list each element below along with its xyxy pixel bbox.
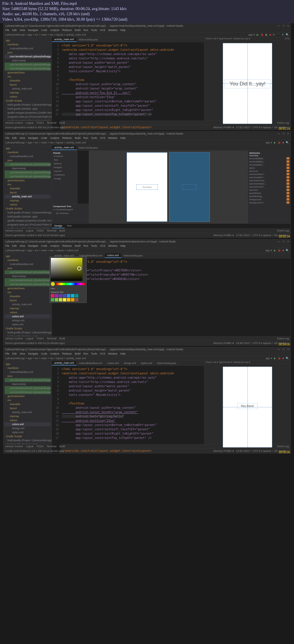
attr-row[interactable]: accessibilityLi... — [249, 160, 289, 163]
attr-row[interactable]: autofillHints — [249, 192, 289, 195]
minimize-icon[interactable]: — — [277, 24, 280, 27]
code-content[interactable]: <?xml version="1.0" encoding="utf-8"?> <… — [61, 366, 204, 454]
tree-gradle[interactable]: Gradle Scripts — [5, 99, 51, 103]
tree-build-module[interactable]: build.gradle (Module: app) — [5, 215, 51, 219]
tree-activity-main[interactable]: activity_main.xml — [5, 410, 51, 414]
tab-strings[interactable]: strings.xml — [121, 361, 139, 365]
memory-indicator[interactable]: Memory Profiler ● — [213, 450, 234, 452]
tab-text[interactable]: Text — [65, 224, 74, 228]
tree-java[interactable]: java — [5, 374, 51, 378]
tree-app[interactable]: app — [5, 362, 51, 366]
tree-main-activity[interactable]: MainActivity — [5, 166, 51, 170]
tree-mipmap[interactable]: mipmap — [5, 306, 51, 310]
tree-manifests[interactable]: manifests — [5, 258, 51, 262]
tab-main-activity[interactable]: MainActivity.java — [77, 38, 100, 42]
attr-row[interactable]: autoLink — [249, 170, 289, 173]
menu-item[interactable]: Window — [108, 352, 117, 355]
tree-mipmap[interactable]: mipmap — [5, 199, 51, 203]
device-preview[interactable]: Hey there! — [223, 367, 272, 448]
code-content[interactable]: <?xml version="1.0" encoding="utf-8"?> <… — [61, 258, 291, 336]
menu-item[interactable]: Window — [108, 137, 117, 139]
tree-wrapper[interactable]: gradle-wrapper.properties (Gradle Versio… — [5, 111, 51, 115]
code-editor[interactable]: 123456 <?xml version="1.0" encoding="utf… — [52, 258, 291, 336]
run-config-dropdown[interactable]: app ▾ — [248, 33, 255, 36]
tree-strings[interactable]: strings.xml — [5, 426, 51, 430]
flag-icon[interactable] — [287, 195, 289, 197]
tree-res[interactable]: res — [5, 182, 51, 186]
palette-group[interactable]: Google — [53, 177, 76, 180]
swatch[interactable] — [51, 294, 54, 297]
tab-android-manifest[interactable]: AndroidManifest.xml — [77, 361, 105, 365]
tree-mipmap[interactable]: mipmap — [5, 91, 51, 95]
tab-activity-main[interactable]: activity_main.xml — [52, 361, 77, 365]
avd-icon[interactable]: 📱 — [277, 33, 280, 36]
tab-design[interactable]: Design — [52, 224, 65, 228]
tree-strings[interactable]: strings.xml — [5, 318, 51, 322]
tab-main-activity[interactable]: MainActivity.java — [121, 254, 145, 258]
tree-wrapper[interactable]: gradle-wrapper.properties (Gradle Versio… — [5, 219, 51, 223]
tab-main-activity[interactable]: MainActivity.java — [155, 361, 179, 365]
search-icon[interactable]: 🔍 — [286, 33, 289, 36]
swatch[interactable] — [67, 294, 70, 297]
debug-icon[interactable]: 🐞 — [278, 357, 281, 360]
device-dropdown[interactable]: Pixel ▾ — [206, 37, 212, 40]
tree-layout[interactable]: layout — [5, 406, 51, 410]
flag-icon[interactable] — [287, 167, 289, 169]
tab-vcs[interactable]: Version Control — [5, 337, 23, 340]
menu-item[interactable]: VCS — [100, 244, 105, 247]
tree-app[interactable]: app — [5, 38, 51, 42]
menu-item[interactable]: File — [5, 29, 9, 32]
project-panel[interactable]: app manifests AndroidManifest.xml java c… — [3, 37, 52, 120]
tab-build[interactable]: Build — [59, 337, 65, 340]
tree-res[interactable]: res — [5, 290, 51, 294]
run-config-dropdown[interactable]: app ▾ — [266, 357, 272, 360]
tab-activity-main[interactable]: activity_main.xml — [52, 145, 77, 150]
tree-values[interactable]: values — [5, 95, 51, 99]
menu-item[interactable]: Help — [120, 29, 126, 32]
design-device-blueprint[interactable] — [169, 152, 210, 222]
swatch[interactable] — [71, 298, 74, 301]
run-icon[interactable]: ▶ — [274, 141, 276, 144]
palette-group[interactable]: Common — [53, 154, 76, 158]
selected-textview[interactable]: TextView — [136, 184, 158, 190]
menu-item[interactable]: Build — [75, 244, 80, 247]
menu-item[interactable]: Analyze — [50, 352, 59, 355]
search-icon[interactable]: 🔍 — [286, 357, 289, 360]
tree-activity-main[interactable]: activity_main.xml — [5, 194, 51, 199]
close-icon[interactable]: × — [287, 348, 289, 351]
tree-pkg-androidtest[interactable]: com.lemubit.lemuel.cybraryhelloapp (andr… — [5, 170, 51, 174]
menu-item[interactable]: VCS — [100, 29, 105, 32]
menu-item[interactable]: Run — [84, 137, 88, 139]
tab-logcat[interactable]: Logcat — [26, 337, 34, 340]
sdk-icon[interactable]: ⬇ — [282, 33, 284, 36]
tab-terminal[interactable]: Terminal — [47, 229, 56, 232]
tree-pkg[interactable]: com.lemubit.lemuel.cybraryhelloapp — [5, 378, 51, 382]
menu-item[interactable]: Tools — [91, 29, 97, 32]
tree-gen-java[interactable]: generatedJava — [5, 71, 51, 75]
tree-colors[interactable]: colors.xml — [5, 314, 51, 318]
palette-group[interactable]: Text — [53, 158, 76, 162]
tree-manifest-file[interactable]: AndroidManifest.xml — [5, 370, 51, 374]
tab-build[interactable]: Build — [59, 229, 65, 232]
tree-pkg-test[interactable]: com.lemubit.lemuel.cybraryhelloapp (test… — [5, 390, 51, 394]
swatch[interactable] — [55, 294, 58, 297]
tree-main-activity[interactable]: MainActivity — [5, 382, 51, 386]
flag-icon[interactable] — [287, 189, 289, 191]
menu-item[interactable]: Code — [41, 137, 47, 139]
menu-item[interactable]: Navigate — [28, 352, 38, 355]
attr-row[interactable]: autoSizeTextT... — [249, 185, 289, 188]
search-icon[interactable]: 🔍 — [286, 249, 289, 252]
search-icon[interactable]: 🔍 — [286, 141, 289, 144]
palette-group[interactable]: Buttons — [53, 162, 76, 166]
menu-item[interactable]: Refactor — [62, 352, 72, 355]
debug-icon[interactable]: 🐞 — [260, 33, 264, 36]
tree-java[interactable]: java — [5, 266, 51, 270]
tree-gradle[interactable]: Gradle Scripts — [5, 434, 51, 438]
locale-dropdown[interactable]: Default (en-us) ▾ — [233, 37, 250, 40]
tree-colors[interactable]: colors.xml — [5, 422, 51, 426]
theme-dropdown[interactable]: AppTheme ▾ — [219, 361, 232, 363]
design-device-normal[interactable]: TextView — [127, 152, 167, 222]
menu-item[interactable]: Analyze — [50, 244, 59, 247]
swatch[interactable] — [71, 294, 74, 297]
design-canvas[interactable]: TextView — [89, 151, 248, 223]
